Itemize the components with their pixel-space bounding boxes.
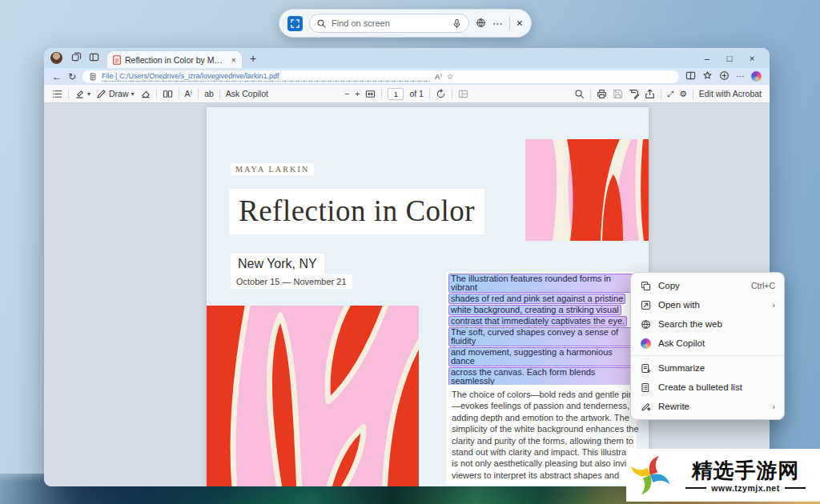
screen-capture-icon[interactable] [287, 16, 303, 31]
menu-item-copy[interactable]: Copy Ctrl+C [631, 276, 784, 295]
draw-tool[interactable]: Draw ▾ [96, 89, 135, 99]
tab-strip: Reflection in Color by Maya Larkin × + –… [44, 48, 770, 68]
body-line: viewers to interpret its abstract shapes… [452, 470, 631, 481]
page-number-input[interactable]: 1 [388, 88, 404, 100]
artwork-top-right [525, 139, 649, 241]
toc-icon[interactable] [52, 89, 62, 99]
artwork-bottom-left [207, 306, 419, 486]
tab-search-icon[interactable] [86, 51, 101, 66]
divider [509, 17, 510, 30]
address-bar[interactable]: File | C:/Users/Onedrive/s_izra/lovegive… [82, 70, 679, 83]
highlighted-line: The illustration features rounded forms … [448, 274, 636, 293]
edit-with-acrobat-button[interactable]: Edit with Acrobat [699, 89, 762, 98]
window-controls: – □ × [696, 54, 763, 63]
back-icon[interactable]: ← [52, 71, 62, 82]
tab-title: Reflection in Color by Maya Larkin [125, 55, 227, 65]
dash-line [685, 487, 706, 489]
page-thumbnails-icon[interactable] [458, 89, 468, 99]
zoom-out-icon[interactable]: − [344, 89, 349, 98]
extensions-icon[interactable] [719, 70, 730, 82]
find-icon[interactable] [574, 89, 585, 99]
highlighted-line: The soft, curved shapes convey a sense o… [448, 327, 636, 346]
workspaces-icon[interactable] [69, 51, 83, 66]
context-menu: Copy Ctrl+C Open with › Search the web A… [630, 272, 785, 420]
rewrite-icon [640, 402, 651, 412]
chevron-down-icon[interactable]: ▾ [87, 90, 90, 98]
page-view-icon[interactable] [163, 89, 173, 99]
save-icon[interactable] [613, 89, 623, 99]
more-options-icon[interactable]: ⋯ [492, 18, 503, 29]
watermark-text: 精选手游网 www.tzymjx.net [676, 458, 815, 493]
watermark-logo-icon [628, 453, 673, 498]
add-text-icon[interactable]: ab [204, 89, 214, 98]
menu-item-ask-copilot[interactable]: Ask Copilot [631, 334, 784, 353]
search-icon [316, 18, 327, 29]
fit-width-icon[interactable] [365, 89, 376, 99]
body-paragraph: The choice of colors—bold reds and gentl… [446, 385, 637, 485]
highlighted-line: and movement, suggesting a harmonious da… [448, 347, 636, 366]
highlighted-line: contrast that immediately captivates the… [448, 316, 627, 326]
body-line: —evokes feelings of passion and tenderne… [452, 400, 631, 411]
tab-close-icon[interactable]: × [231, 55, 236, 65]
window-close-icon[interactable]: × [741, 54, 763, 63]
document-dates: October 15 — November 21 [231, 274, 352, 289]
dash-line [785, 487, 806, 489]
find-on-screen-input[interactable]: Find on screen [309, 14, 469, 33]
site-url: www.tzymjx.net [711, 483, 779, 493]
page-count-label: of 1 [409, 89, 424, 98]
open-with-icon [640, 300, 651, 310]
chevron-down-icon[interactable]: ▾ [131, 90, 135, 98]
profile-avatar[interactable] [50, 52, 62, 64]
desktop: Find on screen ⋯ × Reflection in Color b… [0, 0, 820, 504]
refresh-icon[interactable]: ↻ [68, 71, 76, 82]
minimize-icon[interactable]: – [696, 54, 718, 63]
menu-item-rewrite[interactable]: Rewrite › [631, 397, 784, 416]
address-bar-row: ← ↻ File | C:/Users/Onedrive/s_izra/love… [44, 68, 770, 85]
body-line: is not only aesthetically pleasing but a… [452, 458, 631, 469]
active-tab[interactable]: Reflection in Color by Maya Larkin × [107, 51, 242, 68]
highlighter-tool[interactable]: ▾ [74, 89, 90, 99]
read-aloud-icon[interactable]: A⁾ [185, 89, 193, 98]
close-icon[interactable]: × [517, 17, 523, 30]
submenu-chevron-icon: › [773, 300, 776, 310]
settings-more-icon[interactable]: ⋯ [736, 71, 745, 82]
highlighted-line: white background, creating a striking vi… [448, 305, 621, 315]
draw-label: Draw [109, 89, 129, 98]
copilot-icon[interactable] [751, 71, 762, 82]
document-location: New York, NY [231, 254, 324, 274]
bulleted-list-icon [640, 382, 651, 393]
ask-copilot-button[interactable]: Ask Copilot [226, 89, 268, 98]
eraser-tool[interactable] [140, 89, 151, 99]
document-author: MAYA LARKIN [231, 163, 314, 175]
menu-item-search-web[interactable]: Search the web [631, 314, 784, 334]
collections-icon[interactable] [702, 70, 713, 82]
microphone-icon[interactable] [452, 18, 462, 29]
rotate-icon[interactable] [436, 89, 446, 99]
fullscreen-icon[interactable]: ⤢ [667, 89, 673, 99]
document-title: Reflection in Color [229, 189, 484, 234]
body-line: stand out with clarity and impact. This … [452, 446, 631, 458]
pdf-file-icon [113, 55, 121, 65]
print-icon[interactable] [597, 89, 607, 99]
read-aloud-icon[interactable]: A⁾ [435, 72, 442, 81]
site-watermark: 精选手游网 www.tzymjx.net [626, 449, 820, 502]
menu-item-open-with[interactable]: Open with › [631, 295, 784, 314]
favorite-star-icon[interactable]: ☆ [447, 72, 454, 81]
menu-item-summarize[interactable]: Summarize [631, 358, 784, 378]
zoom-in-icon[interactable]: + [355, 89, 360, 98]
pdf-page: MAYA LARKIN Reflection in Color New York… [207, 107, 649, 486]
globe-search-icon [640, 319, 651, 330]
menu-item-bulleted-list[interactable]: Create a bulleted list [631, 378, 784, 397]
save-as-icon[interactable] [629, 89, 639, 99]
visual-search-icon[interactable] [476, 18, 486, 30]
new-tab-icon[interactable]: + [250, 52, 256, 65]
pdf-toolbar: ▾ Draw ▾ A⁾ ab Ask Copilot − + [44, 85, 770, 103]
maximize-icon[interactable]: □ [718, 54, 741, 63]
body-line: The choice of colors—bold reds and gentl… [452, 389, 631, 400]
split-screen-icon[interactable] [685, 70, 696, 82]
url-text: File | C:/Users/Onedrive/s_izra/lovegive… [102, 72, 430, 82]
body-line: clarity and purity of the forms, allowin… [452, 435, 631, 446]
gear-icon[interactable]: ⚙ [679, 89, 686, 98]
highlighted-line: across the canvas. Each form blends seam… [448, 367, 636, 386]
share-icon[interactable] [645, 89, 655, 99]
